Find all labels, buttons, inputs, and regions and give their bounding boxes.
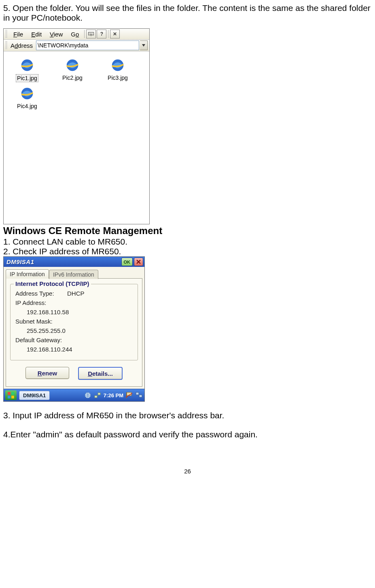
svg-rect-14: [11, 392, 14, 395]
address-input[interactable]: \NETWORK\mydata: [36, 40, 139, 50]
svg-rect-0: [89, 32, 94, 35]
window-titlebar: DM9ISA1 OK: [4, 257, 144, 267]
svg-rect-13: [8, 392, 11, 395]
ie-icon: [19, 58, 35, 73]
label: Address Type:: [15, 290, 67, 297]
close-button[interactable]: ✕: [110, 30, 120, 38]
windows-flag-icon: [7, 392, 15, 399]
tray-flag-icon[interactable]: [126, 392, 133, 399]
start-button[interactable]: [5, 390, 17, 400]
svg-rect-25: [139, 395, 142, 397]
svg-line-20: [97, 395, 99, 396]
toolbar-separator: [84, 30, 85, 38]
system-tray: 7:26 PM: [84, 392, 143, 399]
file-label: Pic4.jpg: [16, 102, 38, 110]
step-3: 3. Input IP address of MR650 in the brow…: [3, 411, 372, 420]
value: DHCP: [67, 290, 85, 297]
address-label: Address: [10, 42, 35, 49]
label: Default Gateway:: [15, 337, 67, 343]
row-address-type: Address Type: DHCP: [15, 290, 133, 297]
value: 192.168.110.58: [27, 309, 69, 315]
row-gateway-label: Default Gateway:: [15, 337, 133, 343]
tab-ip-information[interactable]: IP Information: [6, 269, 49, 279]
row-subnet-label: Subnet Mask:: [15, 318, 133, 325]
step-4: 4.Enter "admin" as default password and …: [3, 430, 372, 439]
svg-rect-18: [95, 396, 97, 398]
section-heading: Windows CE Remote Management: [3, 225, 372, 237]
menu-file[interactable]: File: [10, 30, 27, 38]
taskbar-clock[interactable]: 7:26 PM: [104, 392, 123, 398]
close-button[interactable]: [134, 258, 143, 266]
ie-icon: [19, 86, 35, 101]
tcp-ip-group: Internet Protocol (TCP/IP) Address Type:…: [10, 284, 138, 360]
details-button[interactable]: Details...: [78, 367, 123, 380]
file-item[interactable]: Pic1.jpg: [5, 56, 49, 82]
row-ip-address-value: 192.168.110.58: [15, 309, 133, 315]
toolbar-grip-icon: [5, 30, 7, 38]
row-ip-address-label: IP Address:: [15, 299, 133, 306]
tab-row: IP Information IPv6 Information: [4, 267, 144, 278]
file-item[interactable]: Pic3.jpg: [96, 56, 140, 82]
svg-rect-15: [8, 396, 11, 398]
menu-edit[interactable]: Edit: [28, 30, 45, 38]
taskbar-app-button[interactable]: DM9ISA1: [19, 391, 50, 400]
ip-info-screenshot: DM9ISA1 OK IP Information IPv6 Informati…: [3, 256, 145, 402]
file-label: Pic1.jpg: [16, 74, 38, 82]
value: 255.255.255.0: [27, 327, 66, 334]
ok-button[interactable]: OK: [121, 258, 133, 266]
keyboard-icon: [88, 32, 94, 36]
tab-panel: Internet Protocol (TCP/IP) Address Type:…: [6, 278, 142, 387]
file-label: Pic3.jpg: [107, 74, 129, 81]
connection-icon[interactable]: [94, 392, 101, 399]
row-gateway-value: 192.168.110.244: [15, 346, 133, 353]
keyboard-button[interactable]: [86, 30, 96, 38]
label: IP Address:: [15, 299, 67, 306]
file-item[interactable]: Pic4.jpg: [5, 85, 49, 110]
taskbar: DM9ISA1 7:26 PM: [4, 389, 144, 401]
menu-bar: File Edit View Go ? ✕: [4, 29, 149, 40]
value: 192.168.110.244: [27, 346, 72, 353]
svg-rect-19: [98, 393, 100, 395]
svg-rect-16: [11, 396, 14, 398]
help-button[interactable]: ?: [97, 30, 106, 38]
row-subnet-value: 255.255.255.0: [15, 327, 133, 334]
step-2: 2. Check IP address of MR650.: [3, 247, 372, 256]
network-icon[interactable]: [84, 392, 91, 399]
window-title: DM9ISA1: [6, 258, 120, 265]
button-row: Renew Details...: [10, 367, 138, 380]
svg-rect-24: [136, 392, 139, 395]
group-title: Internet Protocol (TCP/IP): [14, 280, 91, 287]
intro-paragraph: 5. Open the folder. You will see the fil…: [3, 3, 372, 23]
file-label: Pic2.jpg: [61, 74, 83, 81]
menu-view[interactable]: View: [46, 30, 66, 38]
renew-button[interactable]: Renew: [25, 367, 69, 379]
label: Subnet Mask:: [15, 318, 67, 325]
tab-ipv6-information[interactable]: IPv6 Information: [49, 270, 98, 279]
ie-icon: [110, 58, 125, 73]
address-dropdown-button[interactable]: [140, 40, 148, 50]
file-area[interactable]: Pic1.jpg Pic2.jpg Pic3.jpg: [4, 51, 149, 224]
ie-icon: [65, 58, 80, 73]
file-item[interactable]: Pic2.jpg: [51, 56, 94, 82]
address-bar: Address \NETWORK\mydata: [4, 40, 149, 51]
menu-go[interactable]: Go: [67, 30, 83, 38]
svg-marker-6: [142, 44, 145, 47]
toolbar-separator: [108, 30, 108, 38]
desktop-icon[interactable]: [136, 392, 143, 399]
page-number: 26: [3, 468, 372, 475]
close-icon: [136, 260, 141, 264]
toolbar-grip-icon: [5, 41, 7, 49]
chevron-down-icon: [142, 44, 145, 47]
step-1: 1. Connect LAN cable to MR650.: [3, 237, 372, 247]
file-explorer-screenshot: File Edit View Go ? ✕ Address \NETWORK\m…: [3, 28, 150, 224]
